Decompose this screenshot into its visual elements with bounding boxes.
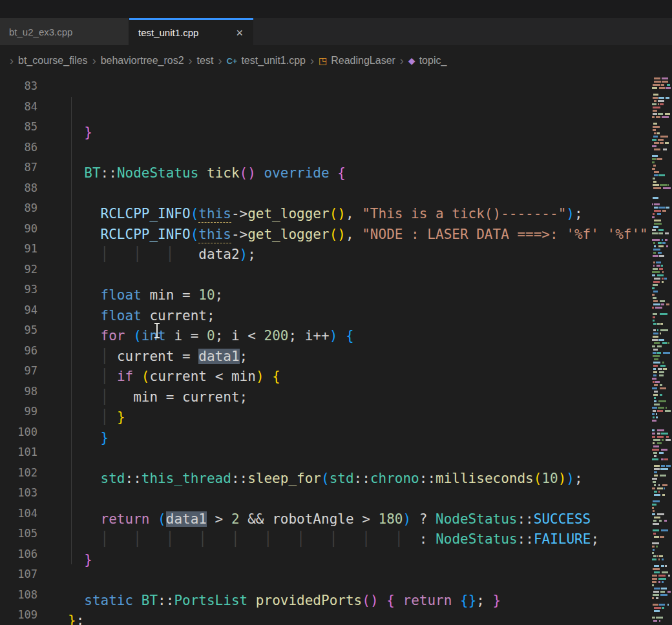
minimap-line (653, 594, 659, 596)
line-number[interactable]: 96 (0, 341, 37, 362)
minimap-line (654, 149, 660, 150)
minimap-line (657, 513, 664, 515)
code-line[interactable]: std::this_thread::sleep_for(std::chrono:… (68, 469, 651, 489)
code-line[interactable] (68, 489, 651, 509)
line-number[interactable]: 103 (0, 483, 37, 504)
minimap-line (654, 607, 661, 609)
minimap-line (654, 475, 658, 476)
code-line[interactable]: BT::NodeStatus tick() override { (68, 163, 651, 184)
code-line[interactable]: │ current = data1; (68, 347, 651, 367)
minimap-line (652, 87, 657, 89)
breadcrumb-item-topic[interactable]: ◆ topic_ (408, 55, 446, 67)
line-number[interactable]: 86 (0, 138, 37, 158)
minimap-line (653, 591, 659, 593)
minimap-line (661, 433, 668, 435)
code-editor[interactable]: 8384858687888990919293949596979899100101… (0, 76, 672, 625)
minimap-line (658, 558, 660, 560)
minimap-line (652, 429, 655, 431)
code-line[interactable]: } (68, 123, 651, 143)
code-lines[interactable]: } BT::NodeStatus tick() override { RCLCP… (68, 76, 651, 625)
line-number[interactable]: 99 (0, 402, 37, 422)
code-line[interactable] (68, 448, 651, 469)
line-number[interactable]: 101 (0, 442, 37, 463)
line-number[interactable]: 90 (0, 219, 37, 240)
minimap-line (666, 439, 671, 441)
line-number[interactable]: 91 (0, 239, 37, 260)
minimap-line (662, 439, 664, 441)
minimap-line (660, 300, 665, 302)
line-number[interactable]: 93 (0, 280, 37, 300)
code-line[interactable]: │ │ │ │ │ │ │ │ │ │ : NodeStatus::FAILUR… (68, 529, 651, 550)
minimap-line (663, 187, 671, 189)
code-line[interactable] (68, 184, 651, 205)
code-line[interactable]: RCLCPP_INFO(this->get_logger(), "NODE : … (68, 225, 651, 245)
minimap-line (652, 387, 657, 389)
line-number[interactable]: 84 (0, 97, 37, 118)
code-line[interactable] (68, 143, 651, 164)
minimap-line (665, 142, 669, 144)
minimap-line (654, 171, 659, 173)
minimap-line (655, 307, 663, 309)
code-line[interactable]: RCLCPP_INFO(this->get_logger(), "This is… (68, 204, 651, 225)
minimap-line (658, 232, 663, 234)
breadcrumb-item-test-unit1[interactable]: C+ test_unit1.cpp (226, 55, 306, 67)
code-line[interactable]: │ │ │ data2); (68, 245, 651, 265)
minimap-line (653, 300, 658, 302)
tab-bt-u2-ex3[interactable]: bt_u2_ex3.cpp (0, 18, 129, 45)
minimap-line (659, 520, 662, 522)
line-number[interactable]: 100 (0, 422, 37, 443)
minimap-line (658, 484, 660, 486)
line-number[interactable]: 109 (0, 605, 37, 625)
line-number[interactable]: 108 (0, 585, 37, 606)
minimap-line (662, 494, 665, 496)
minimap-line (652, 239, 660, 241)
code-line[interactable]: for (int i = 0; i < 200; i++) { (68, 326, 651, 347)
line-number[interactable]: 85 (0, 117, 37, 138)
line-number[interactable]: 87 (0, 158, 37, 178)
tab-test-unit1[interactable]: test_unit1.cpp × (129, 18, 253, 45)
line-number[interactable]: 97 (0, 361, 37, 382)
chevron-right-icon: › (395, 54, 408, 68)
code-line[interactable]: static BT::PortsList providedPorts() { r… (68, 591, 651, 611)
minimap-line (657, 433, 660, 435)
minimap-line (658, 100, 664, 102)
line-number[interactable]: 98 (0, 382, 37, 402)
minimap-line (653, 97, 658, 99)
close-icon[interactable]: × (235, 27, 244, 39)
line-number[interactable]: 88 (0, 178, 37, 199)
minimap-line (654, 210, 661, 212)
code-line[interactable]: │ } (68, 407, 651, 428)
breadcrumb-item-bt-course-files[interactable]: bt_course_files (18, 55, 88, 67)
code-line[interactable]: │ min = current; (68, 387, 651, 408)
line-number[interactable]: 94 (0, 300, 37, 321)
line-number[interactable]: 106 (0, 544, 37, 565)
line-number[interactable]: 107 (0, 564, 37, 585)
minimap-line (653, 291, 658, 292)
minimap-line (654, 223, 662, 225)
minimap-line (657, 132, 660, 134)
code-line[interactable]: } (68, 550, 651, 571)
line-number[interactable]: 83 (0, 76, 37, 97)
code-line[interactable] (68, 570, 651, 591)
minimap-line (653, 94, 658, 96)
line-number[interactable]: 92 (0, 260, 37, 280)
code-line[interactable]: float min = 10; (68, 285, 651, 306)
line-number[interactable]: 102 (0, 463, 37, 484)
code-line[interactable]: return (data1 > 2 && robotAngle > 180) ?… (68, 509, 651, 530)
line-number[interactable]: 104 (0, 504, 37, 524)
minimap-line (654, 77, 660, 79)
minimap[interactable] (651, 76, 672, 625)
line-number[interactable]: 95 (0, 320, 37, 341)
cpp-file-icon: C+ (226, 56, 237, 66)
code-line[interactable]: │ if (current < min) { (68, 367, 651, 387)
minimap-line (652, 145, 656, 147)
line-number[interactable]: 105 (0, 524, 37, 544)
code-line[interactable] (68, 265, 651, 286)
code-line[interactable]: }; (68, 611, 651, 625)
code-line[interactable]: } (68, 428, 651, 449)
breadcrumb-item-test[interactable]: test (197, 55, 214, 67)
line-number[interactable]: 89 (0, 198, 37, 219)
breadcrumb-item-readinglaser[interactable]: ◳ ReadingLaser (319, 55, 395, 67)
code-line[interactable]: float current; (68, 306, 651, 327)
breadcrumb-item-behaviortree-ros2[interactable]: behaviortree_ros2 (101, 55, 184, 67)
